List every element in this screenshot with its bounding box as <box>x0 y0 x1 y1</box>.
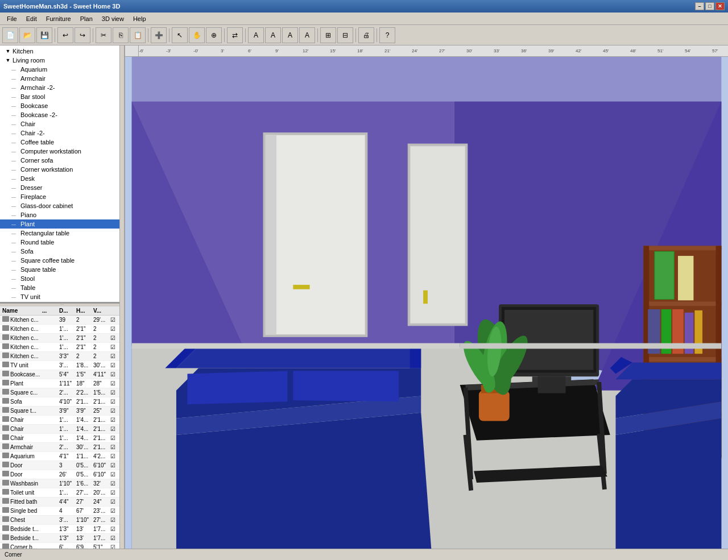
props-row-20[interactable]: Fitted bath4'4"27'24"☑ <box>0 497 124 507</box>
tree-item-dresser[interactable]: —Dresser <box>0 183 124 192</box>
props-text-13-4: 2'1... <box>93 435 105 441</box>
tree-item-chair[interactable]: —Chair <box>0 119 124 128</box>
props-panel[interactable]: Name...D...H...V...Kitchen c...39229'...… <box>0 306 124 561</box>
toolbar-btn-17[interactable]: ⇄ <box>227 27 243 43</box>
props-row-14[interactable]: Armchair2'...30'...2'1...☑ <box>0 443 124 452</box>
menu-furniture[interactable]: Furniture <box>42 14 76 23</box>
tree-item-computer-workstation[interactable]: —Computer workstation <box>0 147 124 156</box>
props-text-24-4: 1'7... <box>93 535 105 541</box>
props-row-15[interactable]: Aquarium4'1"1'1...4'2...☑ <box>0 452 124 461</box>
tree-item-living-room[interactable]: ▼Living room <box>0 56 124 65</box>
viewport[interactable]: -6'-3'-0'3'6'9'12'15'18'21'24'27'30'33'3… <box>125 45 728 560</box>
props-row-23[interactable]: Bedside t...1'3"13'1'7...☑ <box>0 525 124 534</box>
props-row-18[interactable]: Washbasin1'10"1'6...32'☑ <box>0 479 124 488</box>
tree-icon-19: — <box>11 222 19 227</box>
toolbar-btn-2[interactable]: 💾 <box>36 27 52 43</box>
tree-item-rectangular-table[interactable]: —Rectangular table <box>0 229 124 238</box>
toolbar-btn-4[interactable]: ↩ <box>57 27 73 43</box>
toolbar-btn-1[interactable]: 📂 <box>19 27 35 43</box>
tree-item-bar-stool[interactable]: —Bar stool <box>0 92 124 101</box>
toolbar-btn-8[interactable]: ⎘ <box>113 27 129 43</box>
props-row-8[interactable]: Square c...2'...2'2...1'5...☑ <box>0 388 124 397</box>
props-cell-20-4: 24" <box>93 499 110 505</box>
tree-item-tv-unit[interactable]: —TV unit <box>0 292 124 301</box>
menu-help[interactable]: Help <box>129 14 151 23</box>
tree-item-corner-sofa[interactable]: —Corner sofa <box>0 156 124 165</box>
menu-plan[interactable]: Plan <box>76 14 97 23</box>
toolbar-btn-24[interactable]: ⊞ <box>320 27 336 43</box>
tree-item-armchair[interactable]: —Armchair <box>0 74 124 83</box>
tree-item-sofa[interactable]: —Sofa <box>0 247 124 256</box>
props-row-3[interactable]: Kitchen c...1'...2'1"2☑ <box>0 343 124 352</box>
toolbar-btn-29[interactable]: ? <box>379 27 395 43</box>
toolbar-btn-19[interactable]: A <box>248 27 264 43</box>
props-row-4[interactable]: Kitchen c...3'3"22☑ <box>0 352 124 361</box>
tree-expand-1[interactable]: ▼ <box>5 57 11 64</box>
tree-item-plant[interactable]: —Plant <box>0 219 124 229</box>
panel-scrollbar[interactable] <box>119 45 124 560</box>
tree-item-square-table[interactable]: —Square table <box>0 265 124 274</box>
props-row-12[interactable]: Chair1'...1'4...2'1...☑ <box>0 425 124 434</box>
tree-item-corner-workstation[interactable]: —Corner workstation <box>0 165 124 174</box>
props-text-19-4: 20'... <box>93 490 105 496</box>
tree-item-stool[interactable]: —Stool <box>0 274 124 283</box>
tree-expand-0[interactable]: ▼ <box>5 48 11 55</box>
props-row-16[interactable]: Door30'5...6'10"☑ <box>0 461 124 470</box>
menu-3d view[interactable]: 3D view <box>97 14 129 23</box>
props-row-11[interactable]: Chair1'...1'4...2'1...☑ <box>0 416 124 425</box>
toolbar-btn-20[interactable]: A <box>265 27 281 43</box>
props-row-13[interactable]: Chair1'...1'4...2'1...☑ <box>0 434 124 443</box>
toolbar-btn-15[interactable]: ⊕ <box>206 27 222 43</box>
toolbar-btn-0[interactable]: 📄 <box>2 27 18 43</box>
tree-item-bookcase[interactable]: —Bookcase <box>0 101 124 110</box>
tree-item-kitchen[interactable]: ▼Kitchen <box>0 47 124 56</box>
props-row-22[interactable]: Chest3'...1'10"27'...☑ <box>0 516 124 525</box>
tree-item-coffee-table[interactable]: —Coffee table <box>0 138 124 147</box>
props-row-9[interactable]: Sofa4'10"2'1...2'1...☑ <box>0 397 124 406</box>
tree-label-11: Computer workstation <box>20 148 81 155</box>
tree-item-table[interactable]: —Table <box>0 283 124 292</box>
props-row-21[interactable]: Single bed467'23'...☑ <box>0 507 124 516</box>
props-row-6[interactable]: Bookcase...5'4"1'5"4'11"☑ <box>0 370 124 379</box>
props-row-1[interactable]: Kitchen c...1'...2'1"2☑ <box>0 325 124 334</box>
tree-item-armchair--2-[interactable]: —Armchair -2- <box>0 83 124 92</box>
toolbar-btn-25[interactable]: ⊟ <box>337 27 353 43</box>
menu-file[interactable]: File <box>2 14 22 23</box>
tree-item-fireplace[interactable]: —Fireplace <box>0 192 124 201</box>
tree-item-square-coffee-table[interactable]: —Square coffee table <box>0 256 124 265</box>
toolbar-btn-13[interactable]: ↖ <box>172 27 188 43</box>
tree-item-chair--2-[interactable]: —Chair -2- <box>0 128 124 138</box>
tree-item-aquarium[interactable]: —Aquarium <box>0 65 124 74</box>
maximize-button[interactable]: □ <box>705 2 714 10</box>
props-row-17[interactable]: Door26'0'5...6'10"☑ <box>0 470 124 479</box>
props-row-7[interactable]: Plant1'11"18"28"☑ <box>0 379 124 388</box>
toolbar-btn-27[interactable]: 🖨 <box>358 27 374 43</box>
tree-icon-27: — <box>11 294 19 300</box>
toolbar-btn-21[interactable]: A <box>282 27 298 43</box>
toolbar-btn-7[interactable]: ✂ <box>96 27 111 43</box>
tree-item-glass-door-cabinet[interactable]: —Glass-door cabinet <box>0 201 124 210</box>
props-cell-10-4: 25" <box>93 408 110 414</box>
menu-edit[interactable]: Edit <box>22 14 42 23</box>
props-row-24[interactable]: Bedside t...1'3"13'1'7...☑ <box>0 534 124 543</box>
minimize-button[interactable]: – <box>695 2 704 10</box>
toolbar-btn-14[interactable]: ✋ <box>189 27 205 43</box>
props-row-0[interactable]: Kitchen c...39229'...☑ <box>0 316 124 325</box>
props-text-3-4: 2 <box>93 344 97 350</box>
props-row-2[interactable]: Kitchen c...1'...2'1"2☑ <box>0 334 124 343</box>
props-row-10[interactable]: Square t...3'9"3'9"25"☑ <box>0 406 124 416</box>
toolbar-btn-22[interactable]: A <box>299 27 315 43</box>
toolbar-btn-5[interactable]: ↪ <box>75 27 90 43</box>
tree-view[interactable]: ▼Kitchen▼Living room—Aquarium—Armchair—A… <box>0 45 124 303</box>
tree-icon-5: — <box>11 94 19 99</box>
props-row-19[interactable]: Toilet unit1'...27'...20'...☑ <box>0 488 124 497</box>
props-text-2-0: Kitchen c... <box>10 335 38 341</box>
toolbar-btn-9[interactable]: 📋 <box>130 27 146 43</box>
close-button[interactable]: ✕ <box>715 2 725 10</box>
props-row-5[interactable]: TV unit3'...1'8...30'...☑ <box>0 361 124 370</box>
tree-item-piano[interactable]: —Piano <box>0 210 124 219</box>
toolbar-btn-11[interactable]: ➕ <box>151 27 167 43</box>
tree-item-bookcase--2-[interactable]: —Bookcase -2- <box>0 110 124 119</box>
tree-item-desk[interactable]: —Desk <box>0 174 124 183</box>
tree-item-round-table[interactable]: —Round table <box>0 238 124 247</box>
